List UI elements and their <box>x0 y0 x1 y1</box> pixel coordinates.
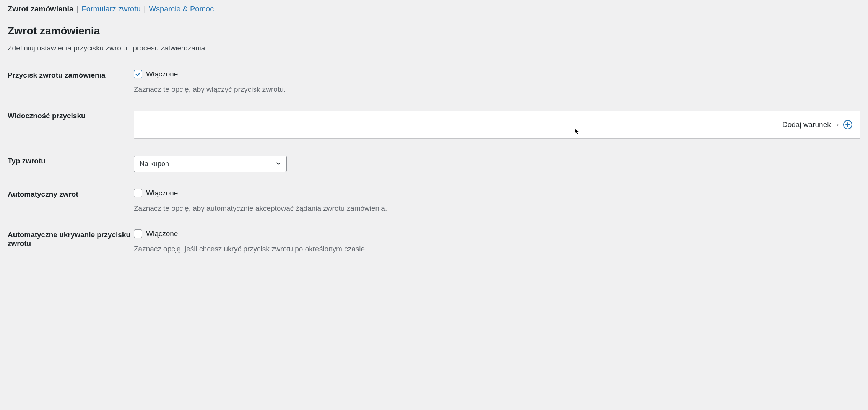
auto-hide-label: Automatyczne ukrywanie przycisku zwrotu <box>8 231 130 247</box>
tab-return-form[interactable]: Formularz zwrotu <box>81 5 140 13</box>
return-button-checkbox[interactable] <box>134 70 142 78</box>
tab-separator: | <box>76 5 78 13</box>
field-return-type: Typ zwrotu Na kupon <box>8 147 860 181</box>
add-condition-button[interactable]: Dodaj warunek → <box>782 120 852 129</box>
plus-circle-icon <box>843 120 852 129</box>
page-description: Zdefiniuj ustawienia przycisku zwrotu i … <box>8 44 860 52</box>
field-auto-return: Automatyczny zwrot Włączone Zaznacz tę o… <box>8 181 860 221</box>
return-type-select[interactable]: Na kupon <box>134 156 287 172</box>
auto-return-label: Automatyczny zwrot <box>8 190 78 198</box>
return-button-description: Zaznacz tę opcję, aby włączyć przycisk z… <box>134 85 860 94</box>
settings-form: Przycisk zwrotu zamówienia Włączone Zazn… <box>8 62 860 262</box>
field-button-visibility: Widoczność przycisku Dodaj warunek → <box>8 102 860 147</box>
return-type-selected: Na kupon <box>140 160 169 168</box>
field-return-button: Przycisk zwrotu zamówienia Włączone Zazn… <box>8 62 860 102</box>
auto-return-checkbox[interactable] <box>134 189 142 197</box>
add-condition-label: Dodaj warunek → <box>782 120 840 129</box>
return-button-label: Przycisk zwrotu zamówienia <box>8 71 106 79</box>
page-title: Zwrot zamówienia <box>8 25 860 37</box>
page-header: Zwrot zamówienia Zdefiniuj ustawienia pr… <box>8 25 860 52</box>
field-auto-hide: Automatyczne ukrywanie przycisku zwrotu … <box>8 221 860 262</box>
button-visibility-label: Widoczność przycisku <box>8 112 86 120</box>
tab-separator: | <box>144 5 146 13</box>
tab-support-help[interactable]: Wsparcie & Pomoc <box>149 5 214 13</box>
auto-hide-description: Zaznacz opcję, jeśli chcesz ukryć przyci… <box>134 245 860 253</box>
return-type-label: Typ zwrotu <box>8 157 46 165</box>
tab-return-order[interactable]: Zwrot zamówienia <box>8 5 73 13</box>
auto-return-description: Zaznacz tę opcję, aby automatycznie akce… <box>134 204 860 213</box>
auto-hide-checkbox[interactable] <box>134 229 142 238</box>
auto-hide-checkbox-label: Włączone <box>146 229 178 238</box>
auto-return-checkbox-label: Włączone <box>146 189 178 197</box>
condition-box: Dodaj warunek → <box>134 111 860 139</box>
check-icon <box>135 71 141 77</box>
top-tabs: Zwrot zamówienia | Formularz zwrotu | Ws… <box>8 0 860 18</box>
return-button-checkbox-label: Włączone <box>146 70 178 78</box>
